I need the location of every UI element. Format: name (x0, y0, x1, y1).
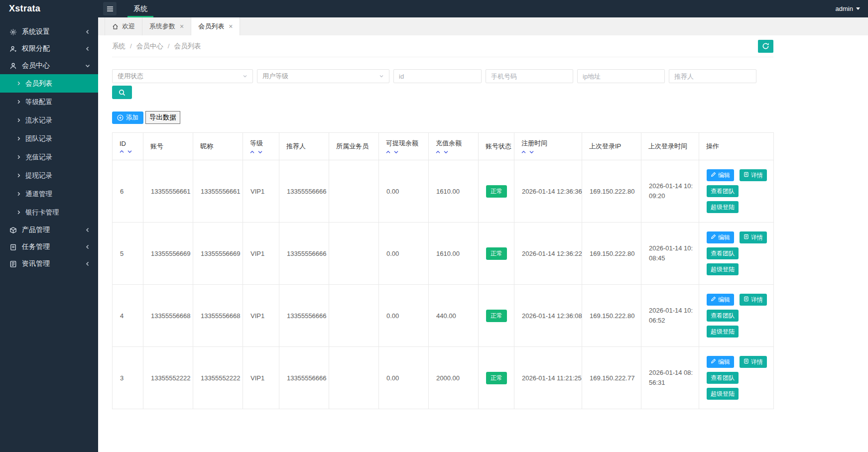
column-header-content: 账号 (150, 142, 193, 151)
topnav-system[interactable]: 系统 (127, 0, 153, 17)
cell-status: 正常 (479, 285, 514, 347)
super-login-button[interactable]: 超级登陆 (707, 263, 739, 275)
sort-carets[interactable] (250, 150, 279, 154)
super-login-button[interactable]: 超级登陆 (707, 326, 739, 338)
sort-asc-icon[interactable] (521, 150, 526, 154)
sidebar-subitem-level-config[interactable]: 等级配置 (0, 93, 98, 111)
sidebar-subitem-recharge-records[interactable]: 充值记录 (0, 148, 98, 166)
sidebar-item-permissions[interactable]: 权限分配 (0, 40, 98, 57)
cell-referrer[interactable]: 13355556666 (279, 347, 329, 409)
sidebar-subitem-team-records[interactable]: 团队记录 (0, 129, 98, 148)
cell-recharge[interactable]: 1610.00 (429, 223, 479, 285)
close-icon[interactable]: × (180, 23, 184, 30)
view-team-button[interactable]: 查看团队 (707, 372, 739, 384)
filter-input-ip[interactable] (577, 69, 665, 83)
sort-asc-icon[interactable] (250, 150, 254, 154)
sort-desc-icon[interactable] (444, 150, 448, 154)
breadcrumb-item[interactable]: 会员中心 (136, 42, 163, 51)
column-header-4: 推荐人 (279, 133, 329, 160)
cell-account[interactable]: 13355556669 (143, 223, 193, 285)
cell-referrer[interactable]: 13355556666 (279, 285, 329, 347)
filter-input-referrer[interactable] (669, 69, 756, 83)
sidebar-item-task-mgmt[interactable]: 任务管理 (0, 238, 98, 255)
super-login-button[interactable]: 超级登陆 (707, 201, 739, 213)
column-header-6[interactable]: 可提现余额 (379, 133, 429, 160)
view-team-button[interactable]: 查看团队 (707, 185, 739, 197)
column-label: 上次登录时间 (648, 142, 699, 151)
view-team-button[interactable]: 查看团队 (707, 310, 739, 322)
add-button[interactable]: 添加 (112, 112, 143, 124)
cell-account[interactable]: 13355556661 (143, 160, 193, 223)
sort-asc-icon[interactable] (436, 150, 440, 154)
sort-desc-icon[interactable] (127, 150, 132, 153)
search-button[interactable] (112, 86, 132, 99)
sidebar-item-news-mgmt[interactable]: 资讯管理 (0, 255, 98, 272)
cell-account[interactable]: 13355552222 (143, 347, 193, 409)
filter-select-status[interactable]: 使用状态 (112, 69, 253, 83)
refresh-button[interactable] (758, 40, 773, 53)
column-header-content: 昵称 (200, 142, 243, 151)
cell-recharge[interactable]: 440.00 (429, 285, 479, 347)
row-actions: 编辑详情查看团队超级登陆 (707, 231, 769, 275)
tab-system-params[interactable]: 系统参数× (142, 17, 191, 35)
cell-account[interactable]: 13355556668 (143, 285, 193, 347)
sort-desc-icon[interactable] (394, 150, 398, 154)
sidebar-subitem-withdraw-records[interactable]: 提现记录 (0, 166, 98, 185)
caret-down-icon (243, 74, 248, 79)
cell-withdrawable[interactable]: 0.00 (379, 223, 429, 285)
edit-button[interactable]: 编辑 (707, 231, 734, 243)
detail-button[interactable]: 详情 (740, 356, 767, 368)
cell-recharge[interactable]: 1610.00 (429, 160, 479, 223)
super-login-button[interactable]: 超级登陆 (707, 388, 739, 400)
sort-asc-icon[interactable] (386, 150, 390, 154)
cell-referrer[interactable]: 13355556666 (279, 223, 329, 285)
column-header-0[interactable]: ID (113, 133, 143, 160)
sidebar-item-system-settings[interactable]: 系统设置 (0, 23, 98, 40)
tab-member-list[interactable]: 会员列表× (191, 17, 240, 35)
sort-carets[interactable] (436, 150, 478, 154)
edit-button[interactable]: 编辑 (707, 356, 734, 368)
detail-icon (744, 234, 749, 241)
export-button[interactable]: 导出数据 (145, 111, 180, 124)
sort-carets[interactable] (386, 150, 428, 154)
cell-withdrawable[interactable]: 0.00 (379, 347, 429, 409)
cell-withdrawable[interactable]: 0.00 (379, 285, 429, 347)
sidebar-item-product-mgmt[interactable]: 产品管理 (0, 222, 98, 238)
filter-input-id[interactable] (393, 69, 482, 83)
sort-carets[interactable] (521, 150, 582, 154)
column-header-3[interactable]: 等级 (243, 133, 279, 160)
sidebar-item-member-center[interactable]: 会员中心 (0, 57, 98, 74)
content: 系统/会员中心/会员列表 使用状态用户等级 (98, 35, 868, 452)
detail-button[interactable]: 详情 (740, 294, 767, 306)
sidebar-subitem-bankcard-mgmt[interactable]: 银行卡管理 (0, 203, 98, 222)
tab-welcome[interactable]: 欢迎 (105, 17, 142, 35)
edit-button[interactable]: 编辑 (707, 294, 734, 306)
column-header-9[interactable]: 注册时间 (514, 133, 582, 160)
detail-button[interactable]: 详情 (740, 231, 767, 243)
hamburger-button[interactable] (103, 2, 117, 15)
sidebar-subitem-label: 银行卡管理 (25, 208, 59, 217)
cell-id: 3 (113, 347, 143, 409)
cell-withdrawable[interactable]: 0.00 (379, 160, 429, 223)
sidebar-subitem-member-list[interactable]: 会员列表 (0, 74, 98, 93)
sort-desc-icon[interactable] (529, 150, 534, 154)
sort-desc-icon[interactable] (258, 150, 262, 154)
breadcrumb-item[interactable]: 会员列表 (174, 42, 201, 51)
breadcrumb-item[interactable]: 系统 (112, 42, 125, 51)
sidebar-subitem-flow-records[interactable]: 流水记录 (0, 111, 98, 129)
sidebar-subitem-channel-mgmt[interactable]: 通道管理 (0, 185, 98, 203)
filter-select-level[interactable]: 用户等级 (257, 69, 389, 83)
close-icon[interactable]: × (229, 23, 233, 30)
filter-input-phone[interactable] (486, 69, 573, 83)
cell-referrer[interactable]: 13355556666 (279, 160, 329, 223)
view-team-button[interactable]: 查看团队 (707, 247, 739, 259)
user-menu[interactable]: admin (836, 5, 860, 12)
cell-actions: 编辑详情查看团队超级登陆 (699, 285, 774, 347)
edit-button[interactable]: 编辑 (707, 169, 734, 181)
column-header-7[interactable]: 充值余额 (429, 133, 479, 160)
cell-last-ip: 169.150.222.80 (582, 285, 641, 347)
sort-asc-icon[interactable] (120, 150, 124, 153)
cell-recharge[interactable]: 2000.00 (429, 347, 479, 409)
sort-carets[interactable] (120, 150, 143, 153)
detail-button[interactable]: 详情 (740, 169, 767, 181)
